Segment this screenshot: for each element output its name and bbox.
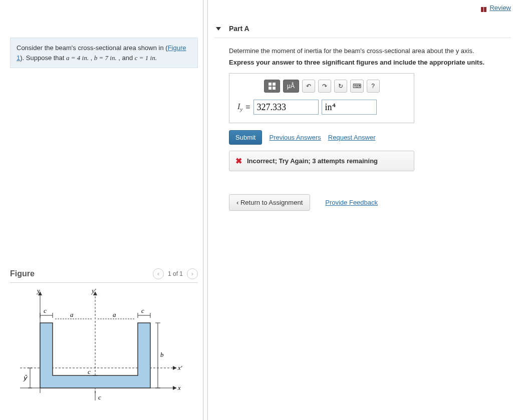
svg-text:c: c [141, 307, 144, 314]
incorrect-icon: ✖ [235, 156, 242, 166]
provide-feedback-link[interactable]: Provide Feedback [325, 199, 378, 206]
expr-a: a = 4 in. [66, 54, 89, 62]
svg-text:y: y [36, 288, 40, 294]
answer-lhs: Iy [237, 102, 242, 112]
figure-diagram: x y y' x' c c [10, 288, 190, 403]
part-header[interactable]: Part A [214, 19, 511, 38]
svg-text:ȳ: ȳ [23, 374, 28, 381]
request-answer-link[interactable]: Request Answer [328, 134, 376, 141]
feedback-box: ✖ Incorrect; Try Again; 3 attempts remai… [229, 151, 414, 171]
symbols-button[interactable]: μÅ [283, 80, 299, 93]
figure-title: Figure [10, 269, 153, 278]
problem-text-1: Consider the beam's cross-sectional area… [17, 44, 168, 52]
figure-pager: ‹ 1 of 1 › [153, 268, 198, 279]
review-link[interactable]: Review [489, 4, 511, 12]
svg-text:y': y' [91, 288, 96, 294]
svg-text:c: c [44, 307, 47, 314]
reset-button[interactable]: ↻ [334, 80, 347, 93]
answer-value-input[interactable] [253, 100, 319, 115]
svg-text:c: c [98, 393, 101, 401]
figure-next-button[interactable]: › [187, 268, 198, 279]
instruction-secondary: Express your answer to three significant… [229, 59, 511, 66]
svg-text:b: b [160, 351, 164, 358]
svg-text:a: a [70, 311, 74, 318]
templates-button[interactable] [264, 80, 280, 93]
svg-text:x': x' [177, 364, 182, 371]
figure-pager-text: 1 of 1 [168, 270, 183, 277]
instruction-primary: Determine the moment of inertia for the … [229, 47, 511, 55]
part-title: Part A [229, 25, 249, 33]
svg-text:x: x [177, 384, 181, 391]
figure-prev-button[interactable]: ‹ [153, 268, 164, 279]
review-icon [480, 6, 487, 11]
svg-text:c: c [88, 368, 91, 375]
undo-button[interactable]: ↶ [302, 80, 315, 93]
expr-b: b = 7 in. [94, 54, 117, 62]
answer-toolbar: μÅ ↶ ↷ ↻ ⌨ ? [237, 80, 406, 93]
submit-button[interactable]: Submit [229, 130, 262, 145]
problem-text-2: ). Suppose that [20, 54, 66, 62]
answer-panel: μÅ ↶ ↷ ↻ ⌨ ? Iy = [229, 73, 414, 123]
answer-units-input[interactable] [322, 100, 377, 115]
answer-equals: = [245, 103, 250, 112]
redo-button[interactable]: ↷ [318, 80, 331, 93]
problem-statement: Consider the beam's cross-sectional area… [10, 38, 198, 68]
feedback-text: Incorrect; Try Again; 3 attempts remaini… [247, 157, 378, 165]
previous-answers-link[interactable]: Previous Answers [269, 134, 321, 141]
column-divider [203, 0, 208, 420]
return-button[interactable]: ‹ Return to Assignment [229, 194, 310, 211]
collapse-icon [216, 27, 221, 31]
expr-c: c = 1 in. [135, 54, 157, 62]
keyboard-button[interactable]: ⌨ [350, 80, 364, 93]
help-button[interactable]: ? [367, 80, 380, 93]
svg-text:a: a [113, 311, 116, 318]
